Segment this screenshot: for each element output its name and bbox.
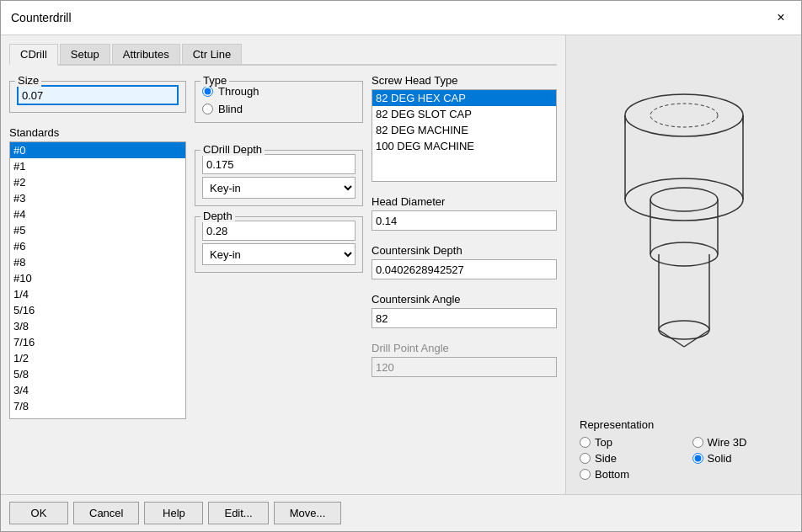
rep-side-label: Side bbox=[595, 452, 617, 465]
standards-item[interactable]: 1/2 bbox=[10, 350, 185, 366]
depth-group: Depth Key-in Auto bbox=[195, 216, 363, 273]
diagram-area bbox=[575, 44, 793, 413]
title-bar: Counterdrill × bbox=[1, 1, 801, 35]
counterdrill-dialog: Counterdrill × CDrill Setup Attributes C… bbox=[0, 0, 802, 532]
countersink-angle-input[interactable] bbox=[372, 308, 557, 328]
rep-bottom-option[interactable]: Bottom bbox=[580, 468, 676, 481]
svg-point-7 bbox=[650, 242, 718, 266]
standards-item[interactable]: 3/8 bbox=[10, 318, 185, 334]
standards-item[interactable]: #1 bbox=[10, 158, 185, 174]
rep-solid-label: Solid bbox=[708, 452, 732, 465]
type-group: Type Through Blind bbox=[195, 81, 363, 123]
rep-top-radio[interactable] bbox=[580, 437, 591, 448]
standards-list-container: #0#1#2#3#4#5#6#8#101/45/163/87/161/25/83… bbox=[9, 141, 186, 419]
col-left: Size Standards #0#1#2#3#4#5#6#8#101/45/1… bbox=[9, 74, 186, 486]
rep-wire3d-radio[interactable] bbox=[692, 437, 703, 448]
rep-bottom-label: Bottom bbox=[595, 468, 629, 481]
rep-wire3d-option[interactable]: Wire 3D bbox=[692, 436, 789, 449]
rep-wire3d-label: Wire 3D bbox=[708, 436, 747, 449]
svg-point-4 bbox=[650, 188, 718, 211]
type-through-radio[interactable] bbox=[202, 86, 213, 97]
type-through-label: Through bbox=[218, 85, 259, 98]
standards-item[interactable]: 7/16 bbox=[10, 334, 185, 350]
countersink-depth-section: Countersink Depth bbox=[372, 244, 557, 279]
head-diameter-label: Head Diameter bbox=[372, 195, 557, 208]
drill-point-angle-section: Drill Point Angle bbox=[372, 342, 557, 377]
cdrill-depth-group: CDrill Depth Key-in Auto bbox=[195, 150, 363, 206]
screw-head-item[interactable]: 100 DEG MACHINE bbox=[372, 138, 556, 154]
countersink-angle-label: Countersink Angle bbox=[372, 293, 557, 306]
dialog-title: Counterdrill bbox=[11, 11, 72, 24]
button-row: OK Cancel Help Edit... Move... bbox=[1, 494, 801, 531]
standards-section: Standards #0#1#2#3#4#5#6#8#101/45/163/87… bbox=[9, 126, 186, 419]
standards-item[interactable]: #2 bbox=[10, 174, 185, 190]
standards-item[interactable]: #3 bbox=[10, 190, 185, 206]
rep-top-option[interactable]: Top bbox=[580, 436, 676, 449]
type-blind-option[interactable]: Blind bbox=[202, 103, 356, 115]
size-input[interactable] bbox=[17, 85, 179, 105]
representation-label: Representation bbox=[580, 418, 788, 431]
depth-input[interactable] bbox=[202, 221, 356, 241]
cancel-button[interactable]: Cancel bbox=[73, 502, 139, 524]
type-label: Type bbox=[200, 74, 229, 87]
standards-label: Standards bbox=[9, 126, 186, 139]
screw-head-item[interactable]: 82 DEG MACHINE bbox=[372, 122, 556, 138]
cdrill-depth-fields: Key-in Auto bbox=[202, 154, 356, 199]
standards-item[interactable]: 5/8 bbox=[10, 366, 185, 382]
rep-bottom-radio[interactable] bbox=[580, 469, 591, 480]
countersink-angle-section: Countersink Angle bbox=[372, 293, 557, 328]
content-area: Size Standards #0#1#2#3#4#5#6#8#101/45/1… bbox=[9, 74, 557, 486]
edit-button[interactable]: Edit... bbox=[208, 502, 268, 524]
standards-listbox[interactable]: #0#1#2#3#4#5#6#8#101/45/163/87/161/25/83… bbox=[9, 141, 186, 419]
size-label: Size bbox=[15, 74, 41, 87]
move-button[interactable]: Move... bbox=[274, 502, 342, 524]
type-blind-radio[interactable] bbox=[202, 104, 213, 114]
screw-head-item[interactable]: 82 DEG HEX CAP bbox=[372, 90, 556, 106]
drill-point-angle-input bbox=[372, 357, 557, 377]
svg-point-3 bbox=[625, 178, 743, 221]
cdrill-depth-dropdown[interactable]: Key-in Auto bbox=[202, 177, 356, 199]
tab-bar: CDrill Setup Attributes Ctr Line bbox=[9, 44, 557, 66]
standards-item[interactable]: #8 bbox=[10, 254, 185, 270]
screw-head-listbox[interactable]: 82 DEG HEX CAP82 DEG SLOT CAP82 DEG MACH… bbox=[372, 89, 557, 182]
svg-point-15 bbox=[650, 104, 718, 127]
type-through-option[interactable]: Through bbox=[202, 85, 356, 98]
depth-dropdown[interactable]: Key-in Auto bbox=[202, 243, 356, 265]
standards-item[interactable]: 5/16 bbox=[10, 302, 185, 318]
standards-item[interactable]: #0 bbox=[10, 142, 185, 158]
tab-attributes[interactable]: Attributes bbox=[112, 44, 180, 64]
screw-head-label: Screw Head Type bbox=[372, 74, 557, 87]
cdrill-depth-section: CDrill Depth Key-in Auto Dept bbox=[195, 143, 363, 273]
tab-setup[interactable]: Setup bbox=[60, 44, 110, 64]
head-diameter-section: Head Diameter bbox=[372, 195, 557, 231]
rep-side-option[interactable]: Side bbox=[580, 452, 676, 465]
standards-item[interactable]: 1/4 bbox=[10, 286, 185, 302]
tab-ctr-line[interactable]: Ctr Line bbox=[182, 44, 243, 64]
standards-item[interactable]: 7/8 bbox=[10, 398, 185, 414]
ok-button[interactable]: OK bbox=[9, 502, 68, 524]
standards-item[interactable]: 3/4 bbox=[10, 382, 185, 398]
close-button[interactable]: × bbox=[771, 8, 791, 28]
standards-item[interactable]: #10 bbox=[10, 270, 185, 286]
head-diameter-input[interactable] bbox=[372, 210, 557, 231]
type-blind-label: Blind bbox=[218, 103, 243, 115]
standards-item[interactable]: #6 bbox=[10, 238, 185, 254]
drill-point-angle-label: Drill Point Angle bbox=[372, 342, 557, 354]
standards-item[interactable]: 1 bbox=[10, 414, 185, 419]
svg-point-0 bbox=[625, 94, 743, 136]
screw-head-item[interactable]: 82 DEG SLOT CAP bbox=[372, 106, 556, 122]
svg-point-12 bbox=[659, 321, 709, 339]
cdrill-depth-input[interactable] bbox=[202, 154, 356, 174]
representation-section: Representation Top Wire 3D Side bbox=[575, 413, 793, 486]
rep-solid-radio[interactable] bbox=[692, 453, 703, 464]
rep-solid-option[interactable]: Solid bbox=[692, 452, 789, 465]
standards-item[interactable]: #5 bbox=[10, 222, 185, 238]
cdrill-depth-label: CDrill Depth bbox=[200, 143, 265, 156]
countersink-depth-input[interactable] bbox=[372, 259, 557, 279]
standards-item[interactable]: #4 bbox=[10, 206, 185, 222]
rep-side-radio[interactable] bbox=[580, 453, 591, 464]
help-button[interactable]: Help bbox=[144, 502, 203, 524]
tab-cdrill[interactable]: CDrill bbox=[9, 44, 58, 66]
col-mid: Type Through Blind bbox=[195, 74, 363, 486]
rep-top-label: Top bbox=[595, 436, 612, 449]
